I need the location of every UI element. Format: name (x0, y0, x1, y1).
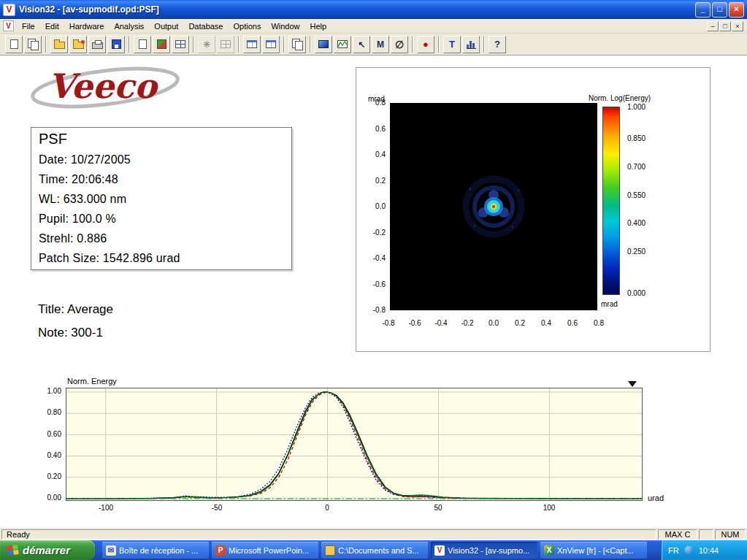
psf-intensity-map[interactable] (390, 103, 597, 310)
fringe-display-icon[interactable] (217, 36, 234, 53)
x-tick: 0.6 (563, 319, 582, 327)
x-tick: 0.0 (484, 319, 503, 327)
psf-heading: PSF (39, 131, 284, 147)
intensity-display-icon[interactable]: ✳ (198, 36, 215, 53)
taskbar-button-powerpoint[interactable]: P Microsoft PowerPoin... (212, 542, 318, 559)
toolbar-separator (129, 37, 130, 53)
x-tick: 0.4 (537, 319, 556, 327)
analysis-cursor-icon[interactable]: ↖ (353, 36, 370, 53)
profile-y-tick: 0.40 (37, 451, 61, 459)
titlebar: V Vision32 - [av-supmodif.opd:PSF] _ □ × (0, 0, 747, 19)
menu-help[interactable]: Help (305, 20, 332, 32)
profile-options-dropdown-icon[interactable] (628, 381, 637, 387)
colorbar-tick: 1.000 (627, 103, 656, 111)
measurement-options-icon[interactable] (153, 36, 170, 53)
psf-date: Date: 10/27/2005 (39, 153, 284, 166)
status-message: Ready (1, 529, 656, 540)
taskbar-button-label: Vision32 - [av-supmo... (448, 546, 529, 555)
save-icon[interactable] (107, 36, 125, 53)
taskbar: démarrer ✉ Boîte de réception - ... P Mi… (0, 540, 747, 560)
copy-pages-icon[interactable] (288, 36, 306, 53)
psf-info-box: PSF Date: 10/27/2005 Time: 20:06:48 WL: … (31, 127, 292, 270)
help-icon[interactable]: ? (489, 36, 506, 53)
record-data-icon[interactable]: ● (417, 36, 434, 53)
x-tick: -0.2 (458, 319, 477, 327)
maximize-button[interactable]: □ (712, 2, 727, 18)
taskbar-button-vision32[interactable]: V Vision32 - [av-supmo... (431, 542, 537, 559)
close-button[interactable]: × (729, 2, 744, 18)
y-tick: -0.6 (364, 280, 386, 288)
profile-plot-icon[interactable] (334, 36, 351, 53)
status-num: NUM (715, 529, 746, 540)
taskbar-button-explorer[interactable]: C:\Documents and S... (321, 542, 428, 559)
psf-time: Time: 20:06:48 (39, 173, 284, 186)
tile-windows-icon[interactable] (172, 36, 189, 53)
menubar: V File Edit Hardware Analysis Output Dat… (0, 19, 747, 34)
profile-plot[interactable] (66, 388, 643, 501)
language-indicator[interactable]: FR (668, 546, 679, 555)
powerpoint-icon: P (215, 545, 226, 556)
profile-x-tick: -100 (99, 504, 113, 512)
toolbar: ✳ ↖ M ∅ ● T ? (0, 34, 747, 55)
taskbar-button-label: Microsoft PowerPoin... (229, 546, 309, 555)
minimize-button[interactable]: _ (695, 2, 710, 18)
colorbar-tick: 0.550 (627, 191, 656, 199)
windows-flag-icon (7, 545, 19, 556)
menu-hardware[interactable]: Hardware (64, 20, 110, 32)
toolbar-separator (412, 37, 413, 53)
copy-measurement-icon[interactable] (24, 36, 42, 53)
vision32-icon: V (434, 545, 445, 556)
mask-editor-icon[interactable]: M (372, 36, 389, 53)
profile-plot-title: Norm. Energy (67, 377, 117, 386)
taskbar-button-xnview[interactable]: X XnView [fr] - [<Capt... (540, 542, 647, 559)
profile-x-tick: 50 (434, 504, 442, 512)
measurement-null-icon[interactable]: ∅ (391, 36, 408, 53)
document-icon[interactable]: V (3, 20, 14, 31)
menu-edit[interactable]: Edit (40, 20, 64, 32)
window-title: Vision32 - [av-supmodif.opd:PSF] (19, 4, 695, 15)
print-icon[interactable] (88, 36, 106, 53)
y-tick: -0.4 (364, 254, 386, 262)
menu-window[interactable]: Window (266, 20, 304, 32)
mdi-close-button[interactable]: × (732, 21, 743, 31)
menu-output[interactable]: Output (149, 20, 183, 32)
psf-wavelength: WL: 633.000 nm (39, 193, 284, 206)
contour-table-icon[interactable] (243, 36, 261, 53)
mdi-minimize-button[interactable]: – (707, 21, 719, 31)
mdi-restore-button[interactable]: □ (719, 21, 731, 31)
histogram-display-icon[interactable] (462, 36, 480, 53)
x-tick: -0.4 (432, 319, 451, 327)
menu-database[interactable]: Database (183, 20, 228, 32)
page-layout-icon[interactable] (134, 36, 151, 53)
x-tick: 0.2 (510, 319, 529, 327)
open-file-icon[interactable] (50, 36, 68, 53)
tray-status-icon[interactable] (684, 545, 694, 555)
colorbar-tick: 0.250 (627, 248, 656, 256)
image-display-icon[interactable] (315, 36, 332, 53)
svg-text:Veeco: Veeco (48, 66, 159, 106)
y-tick: 0.0 (364, 202, 386, 210)
y-tick: -0.8 (364, 306, 386, 314)
save-to-database-icon[interactable] (69, 36, 87, 53)
colorbar-tick: 0.400 (627, 219, 656, 227)
profile-y-tick: 0.80 (37, 408, 61, 416)
start-button[interactable]: démarrer (0, 540, 95, 560)
taskbar-button-inbox[interactable]: ✉ Boîte de réception - ... (102, 542, 209, 559)
colorbar-tick: 0.000 (627, 289, 656, 297)
menu-analysis[interactable]: Analysis (109, 20, 149, 32)
x-tick: 0.8 (589, 319, 608, 327)
profile-x-tick: -50 (212, 504, 222, 512)
psf-map-panel: mrad 0.8 0.6 0.4 0.2 0.0 -0.2 -0.4 -0.6 … (356, 67, 710, 352)
text-annotation-icon[interactable]: T (443, 36, 461, 53)
colorbar (602, 107, 620, 295)
vision32-window: V Vision32 - [av-supmodif.opd:PSF] _ □ ×… (0, 0, 747, 560)
toolbar-separator (45, 37, 47, 53)
menu-file[interactable]: File (17, 20, 40, 32)
x-tick: -0.8 (379, 319, 398, 327)
data-table-icon[interactable] (262, 36, 280, 53)
menu-options[interactable]: Options (228, 20, 266, 32)
profile-x-tick: 0 (325, 504, 329, 512)
new-measurement-icon[interactable] (5, 36, 23, 53)
vision32-app-icon: V (3, 4, 15, 16)
profile-y-tick: 0.00 (37, 494, 61, 502)
